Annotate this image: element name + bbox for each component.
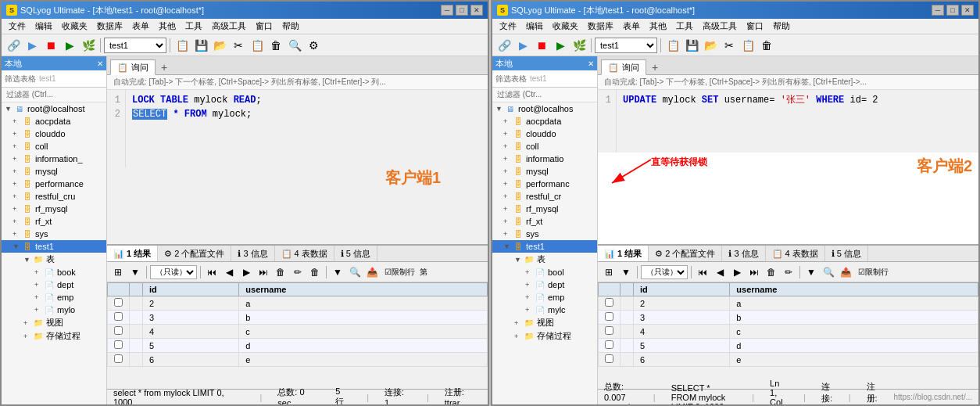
results-tab-1-5[interactable]: ℹ 5 信息	[334, 246, 377, 261]
tb1[interactable]: 📋	[173, 37, 191, 54]
results-tab-1-3[interactable]: ℹ 3 信息	[231, 246, 274, 261]
sidebar-close-2[interactable]: ✕	[588, 59, 594, 68]
tree-db-perf-1[interactable]: + 🗄 performance	[2, 178, 106, 190]
tree-db-rfmysql-2[interactable]: + 🗄 rf_mysql	[492, 203, 597, 215]
menu-other-1[interactable]: 其他	[155, 20, 180, 33]
tab-query-1[interactable]: 📋 询问	[110, 59, 156, 75]
minimize-btn-2[interactable]: ─	[932, 5, 944, 16]
menu-table-1[interactable]: 表单	[128, 20, 153, 33]
cell-username[interactable]: e	[239, 353, 488, 367]
menu-file-1[interactable]: 文件	[5, 20, 30, 33]
tree-db-info-1[interactable]: + 🗄 information_	[2, 153, 106, 165]
menu-file-2[interactable]: 文件	[495, 20, 520, 33]
stop-btn-2[interactable]: ⏹	[533, 37, 550, 54]
row-cb[interactable]	[599, 339, 621, 353]
tree-db-mysql-1[interactable]: + 🗄 mysql	[2, 165, 106, 178]
table-row[interactable]: 5 d	[599, 339, 978, 353]
menu-database-2[interactable]: 数据库	[584, 20, 617, 33]
tree-folder-tables-1[interactable]: ▼ 📁 表	[2, 253, 106, 266]
tree-db-info-2[interactable]: + 🗄 informatio	[492, 153, 597, 165]
row-cb[interactable]	[599, 296, 621, 311]
row-cb[interactable]	[108, 325, 130, 339]
rbtn2-del[interactable]: 🗑	[764, 265, 779, 279]
tree-table-mylc-2[interactable]: + 📄 mylc	[492, 304, 597, 316]
tb2[interactable]: 💾	[192, 37, 209, 54]
tree-db-restful-1[interactable]: + 🗄 restful_cru	[2, 190, 106, 203]
menu-edit-2[interactable]: 编辑	[522, 20, 547, 33]
readonly-select-2[interactable]: （只读）	[641, 265, 688, 279]
cell-id[interactable]: 5	[143, 339, 239, 353]
tb2-1[interactable]: 📋	[664, 37, 681, 54]
results-tab-2-4[interactable]: 📋 4 表数据	[766, 246, 825, 261]
refresh-btn-1[interactable]: 🌿	[80, 37, 97, 54]
open-btn-2[interactable]: ▶	[514, 37, 531, 54]
run-btn-1[interactable]: ▶	[61, 37, 78, 54]
cell-username[interactable]: e	[730, 353, 978, 367]
tb2-6[interactable]: 🗑	[758, 37, 775, 54]
menu-favorites-2[interactable]: 收藏夹	[549, 20, 582, 33]
rbtn2-search[interactable]: 🔍	[821, 265, 836, 279]
cell-username[interactable]: a	[730, 296, 978, 311]
readonly-select-1[interactable]: （只读）	[150, 265, 197, 279]
rbtn-search-1[interactable]: 🔍	[347, 265, 363, 279]
tb2-3[interactable]: 📂	[702, 37, 719, 54]
tb5[interactable]: 📋	[249, 37, 266, 54]
row-cb[interactable]	[108, 353, 130, 367]
cell-id[interactable]: 3	[634, 311, 730, 325]
cell-username[interactable]: c	[239, 325, 488, 339]
tree-db-sys-2[interactable]: + 🗄 sys	[492, 228, 597, 240]
cell-id[interactable]: 5	[634, 339, 730, 353]
cell-username[interactable]: b	[730, 311, 978, 325]
tb6[interactable]: 🗑	[267, 37, 284, 54]
tree-db-coll-1[interactable]: + 🗄 coll	[2, 140, 106, 153]
menu-window-1[interactable]: 窗口	[252, 20, 277, 33]
results-tab-1-2[interactable]: ⚙ 2 个配置文件	[158, 246, 231, 261]
menu-window-2[interactable]: 窗口	[742, 20, 767, 33]
row-cb[interactable]	[599, 311, 621, 325]
table-row[interactable]: 2 a	[599, 296, 978, 311]
table-row[interactable]: 5 d	[108, 339, 488, 353]
rbtn2-export[interactable]: 📤	[838, 265, 853, 279]
tree-db-rfxt-1[interactable]: + 🗄 rf_xt	[2, 215, 106, 228]
close-btn-1[interactable]: ✕	[470, 5, 483, 16]
tb8[interactable]: ⚙	[305, 37, 322, 54]
rbtn-first-1[interactable]: ⏮	[204, 265, 220, 279]
refresh-btn-2[interactable]: 🌿	[570, 37, 588, 54]
cell-id[interactable]: 3	[143, 311, 239, 325]
results-tab-2-2[interactable]: ⚙ 2 个配置文件	[649, 246, 722, 261]
limit-checkbox-2[interactable]: ☑限制行	[858, 267, 889, 278]
table-row[interactable]: 3 b	[599, 311, 978, 325]
sql-content-1[interactable]: LOCK TABLE mylock READ; SELECT * FROM my…	[126, 90, 488, 167]
tree-db-perf-2[interactable]: + 🗄 performanc	[492, 178, 597, 190]
restore-btn-2[interactable]: □	[946, 5, 959, 16]
cell-id[interactable]: 2	[143, 296, 239, 311]
table-row[interactable]: 6 e	[108, 353, 488, 367]
cell-username[interactable]: d	[730, 339, 978, 353]
cell-username[interactable]: a	[239, 296, 488, 311]
db-select-1[interactable]: test1	[104, 38, 166, 53]
tree-db-clouddo-1[interactable]: + 🗄 clouddo	[2, 128, 106, 140]
menu-advanced-2[interactable]: 高级工具	[699, 20, 741, 33]
rbtn-export-1[interactable]: 📤	[364, 265, 380, 279]
tree-db-sys-1[interactable]: + 🗄 sys	[2, 228, 106, 240]
tb2-5[interactable]: 📋	[739, 37, 756, 54]
row-cb[interactable]	[599, 325, 621, 339]
tab-add-1[interactable]: +	[157, 60, 171, 74]
tree-table-dept-1[interactable]: + 📄 dept	[2, 278, 106, 291]
tb3[interactable]: 📂	[211, 37, 228, 54]
data-table-container-2[interactable]: id username 2 a 3 b 4 c	[598, 282, 978, 389]
rbtn2-last[interactable]: ⏭	[746, 265, 762, 279]
tree-db-coll-2[interactable]: + 🗄 coll	[492, 140, 597, 153]
stop-btn-1[interactable]: ⏹	[42, 37, 59, 54]
menu-tools-2[interactable]: 工具	[672, 20, 697, 33]
tree-folder-views-1[interactable]: + 📁 视图	[2, 316, 106, 329]
run-btn-2[interactable]: ▶	[552, 37, 569, 54]
rbtn-next-1[interactable]: ▶	[238, 265, 254, 279]
results-tab-2-3[interactable]: ℹ 3 信息	[722, 246, 765, 261]
tree-db-mysql-2[interactable]: + 🗄 mysql	[492, 165, 597, 178]
table-row[interactable]: 4 c	[599, 325, 978, 339]
rbtn-filter-1[interactable]: ▼	[330, 265, 345, 279]
rbtn2-down-1[interactable]: ▼	[618, 265, 634, 279]
tree-db-aocpdata-2[interactable]: + 🗄 aocpdata	[492, 115, 597, 128]
tree-folder-tables-2[interactable]: ▼ 📁 表	[492, 253, 597, 266]
